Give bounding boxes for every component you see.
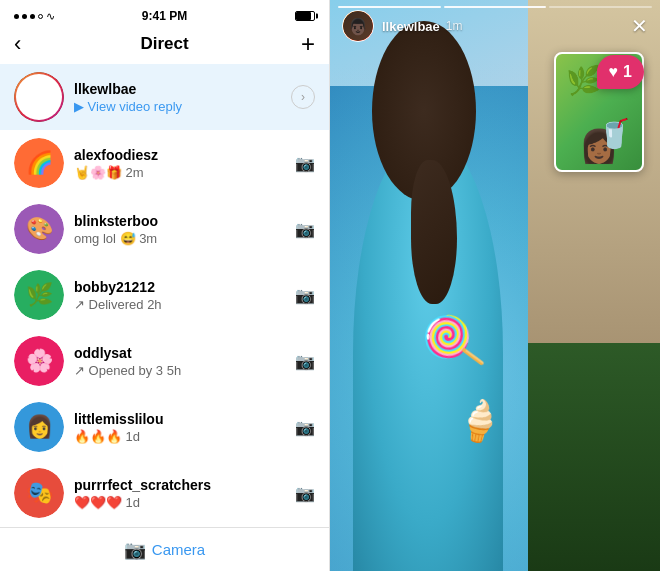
avatar-alexfoodiesz: 🌈 bbox=[14, 138, 64, 188]
story-ring bbox=[14, 72, 64, 122]
message-username: bobby21212 bbox=[74, 279, 287, 295]
camera-icon: 📷 bbox=[295, 287, 315, 304]
message-preview: 🔥🔥🔥 1d bbox=[74, 429, 287, 444]
avatar-purrrfect_scratchers: 🎭 bbox=[14, 468, 64, 518]
message-item-blinksterboo[interactable]: 🎨blinksterbooomg lol 😅 3m📷 bbox=[0, 196, 329, 262]
like-count: 1 bbox=[623, 63, 632, 81]
message-preview: ▶ View video reply bbox=[74, 99, 283, 114]
compose-button[interactable]: + bbox=[301, 32, 315, 56]
avatar-littlemisslilou: 👩 bbox=[14, 402, 64, 452]
message-username: llkewlbae bbox=[74, 81, 283, 97]
heart-icon: ♥ bbox=[609, 63, 619, 81]
camera-icon: 📷 bbox=[295, 485, 315, 502]
like-notification: ♥ 1 bbox=[597, 55, 644, 89]
message-username: blinksterboo bbox=[74, 213, 287, 229]
story-avatar: 👨🏿 bbox=[342, 10, 374, 42]
message-username: oddlysat bbox=[74, 345, 287, 361]
arrow-icon: › bbox=[291, 85, 315, 109]
message-preview: omg lol 😅 3m bbox=[74, 231, 287, 246]
story-time: 1m bbox=[446, 19, 463, 33]
message-action-blinksterboo: 📷 bbox=[295, 220, 315, 239]
back-button[interactable]: ‹ bbox=[14, 33, 21, 55]
battery-area bbox=[295, 11, 315, 21]
avatar-llkewlbae: 👨🏿 bbox=[14, 72, 64, 122]
message-username: purrrfect_scratchers bbox=[74, 477, 287, 493]
message-content-llkewlbae: llkewlbae▶ View video reply bbox=[74, 81, 283, 114]
message-preview: ❤️❤️❤️ 1d bbox=[74, 495, 287, 510]
message-action-llkewlbae: › bbox=[291, 85, 315, 109]
message-action-alexfoodiesz: 📷 bbox=[295, 154, 315, 173]
avatar-oddlysat: 🌸 bbox=[14, 336, 64, 386]
message-username: littlemisslilou bbox=[74, 411, 287, 427]
background-plants bbox=[528, 343, 660, 571]
message-preview: 🤘🌸🎁 2m bbox=[74, 165, 287, 180]
message-list: 👨🏿llkewlbae▶ View video reply›🌈alexfoodi… bbox=[0, 64, 329, 527]
signal-dot-2 bbox=[22, 14, 27, 19]
message-preview: ↗ Opened by 3 5h bbox=[74, 363, 287, 378]
message-action-littlemisslilou: 📷 bbox=[295, 418, 315, 437]
story-close-button[interactable]: ✕ bbox=[631, 14, 648, 38]
bottom-bar: 📷 Camera bbox=[0, 527, 329, 571]
camera-icon: 📷 bbox=[295, 221, 315, 238]
signal-dot-1 bbox=[14, 14, 19, 19]
status-bar: ∿ 9:41 PM bbox=[0, 0, 329, 28]
message-item-purrrfect_scratchers[interactable]: 🎭purrrfect_scratchers❤️❤️❤️ 1d📷 bbox=[0, 460, 329, 526]
wifi-icon: ∿ bbox=[46, 10, 55, 23]
message-item-littlemisslilou[interactable]: 👩littlemisslilou🔥🔥🔥 1d📷 bbox=[0, 394, 329, 460]
message-item-alexfoodiesz[interactable]: 🌈alexfoodiesz🤘🌸🎁 2m📷 bbox=[0, 130, 329, 196]
battery-icon bbox=[295, 11, 315, 21]
message-action-oddlysat: 📷 bbox=[295, 352, 315, 371]
icecream-sticker: 🍦 bbox=[452, 394, 509, 449]
message-action-bobby21212: 📷 bbox=[295, 286, 315, 305]
story-username: llkewlbae bbox=[382, 19, 440, 34]
lollipop-sticker: 🍭 bbox=[418, 308, 489, 376]
message-content-littlemisslilou: littlemisslilou🔥🔥🔥 1d bbox=[74, 411, 287, 444]
left-panel: ∿ 9:41 PM ‹ Direct + 👨🏿llkewlbae▶ View v… bbox=[0, 0, 330, 571]
message-action-purrrfect_scratchers: 📷 bbox=[295, 484, 315, 503]
signal-area: ∿ bbox=[14, 10, 55, 23]
drink-sticker: 🥤 bbox=[597, 117, 632, 150]
signal-dot-3 bbox=[30, 14, 35, 19]
camera-label: Camera bbox=[152, 541, 205, 558]
message-preview: ↗ Delivered 2h bbox=[74, 297, 287, 312]
right-panel: 👨🏿 llkewlbae 1m ✕ ♥ 1 👩🏾 🌿 🥤 🍭 🍦 bbox=[330, 0, 660, 571]
like-bubble: ♥ 1 bbox=[597, 55, 644, 89]
camera-icon: 📷 bbox=[295, 419, 315, 436]
message-content-purrrfect_scratchers: purrrfect_scratchers❤️❤️❤️ 1d bbox=[74, 477, 287, 510]
status-time: 9:41 PM bbox=[142, 9, 187, 23]
battery-fill bbox=[296, 12, 311, 20]
message-content-alexfoodiesz: alexfoodiesz🤘🌸🎁 2m bbox=[74, 147, 287, 180]
avatar-blinksterboo: 🎨 bbox=[14, 204, 64, 254]
avatar-bobby21212: 🌿 bbox=[14, 270, 64, 320]
message-content-bobby21212: bobby21212↗ Delivered 2h bbox=[74, 279, 287, 312]
camera-icon: 📷 bbox=[295, 353, 315, 370]
story-top-bar: 👨🏿 llkewlbae 1m ✕ bbox=[330, 0, 660, 50]
message-username: alexfoodiesz bbox=[74, 147, 287, 163]
nav-bar: ‹ Direct + bbox=[0, 28, 329, 64]
message-content-oddlysat: oddlysat↗ Opened by 3 5h bbox=[74, 345, 287, 378]
message-content-blinksterboo: blinksterbooomg lol 😅 3m bbox=[74, 213, 287, 246]
camera-button[interactable]: 📷 Camera bbox=[124, 539, 205, 561]
nav-title: Direct bbox=[140, 34, 188, 54]
camera-icon: 📷 bbox=[124, 539, 146, 561]
signal-dot-4 bbox=[38, 14, 43, 19]
message-item-oddlysat[interactable]: 🌸oddlysat↗ Opened by 3 5h📷 bbox=[0, 328, 329, 394]
message-item-bobby21212[interactable]: 🌿bobby21212↗ Delivered 2h📷 bbox=[0, 262, 329, 328]
camera-icon: 📷 bbox=[295, 155, 315, 172]
message-item-llkewlbae[interactable]: 👨🏿llkewlbae▶ View video reply› bbox=[0, 64, 329, 130]
